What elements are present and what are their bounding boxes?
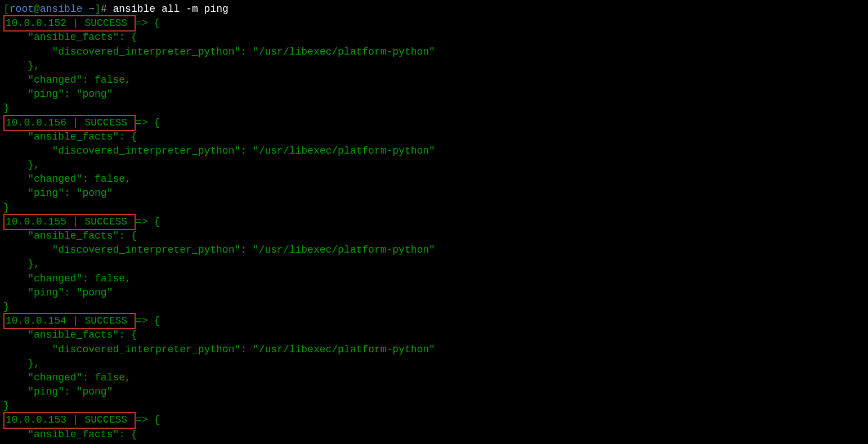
prompt-host: ansible bbox=[40, 3, 83, 15]
host-status-text: 10.0.0.152 | SUCCESS bbox=[6, 17, 133, 29]
arrow-brace: => { bbox=[136, 117, 160, 128]
json-line: "ansible_facts": { bbox=[3, 428, 865, 442]
json-line: } bbox=[3, 399, 865, 413]
host-success-highlight: 10.0.0.154 | SUCCESS bbox=[3, 313, 136, 329]
json-line: "changed": false, bbox=[3, 371, 865, 385]
result-block-3: 10.0.0.154 | SUCCESS => { "ansible_facts… bbox=[3, 314, 865, 413]
host-success-highlight: 10.0.0.153 | SUCCESS bbox=[3, 412, 136, 428]
result-block-4: 10.0.0.153 | SUCCESS => { "ansible_facts… bbox=[3, 413, 865, 441]
json-line: } bbox=[3, 101, 865, 115]
json-line: "ping": "pong" bbox=[3, 286, 865, 300]
terminal-output: [root@ansible ~]# ansible all -m ping 10… bbox=[3, 2, 865, 442]
command-prompt-line: [root@ansible ~]# ansible all -m ping bbox=[3, 2, 865, 16]
prompt-bracket-open: [ bbox=[3, 3, 10, 15]
result-header-line: 10.0.0.154 | SUCCESS => { bbox=[3, 314, 865, 328]
json-line: }, bbox=[3, 257, 865, 271]
host-status-text: 10.0.0.156 | SUCCESS bbox=[6, 117, 133, 128]
json-line: }, bbox=[3, 357, 865, 371]
result-block-2: 10.0.0.155 | SUCCESS => { "ansible_facts… bbox=[3, 215, 865, 314]
arrow-brace: => { bbox=[136, 17, 160, 29]
prompt-at: @ bbox=[34, 3, 40, 15]
json-line: "ansible_facts": { bbox=[3, 30, 865, 44]
host-success-highlight: 10.0.0.152 | SUCCESS bbox=[3, 15, 136, 32]
result-block-0: 10.0.0.152 | SUCCESS => { "ansible_facts… bbox=[3, 16, 865, 115]
json-line: "changed": false, bbox=[3, 172, 865, 186]
arrow-brace: => { bbox=[136, 315, 160, 326]
prompt-user: root bbox=[10, 3, 34, 15]
host-success-highlight: 10.0.0.155 | SUCCESS bbox=[3, 214, 136, 230]
json-line: "changed": false, bbox=[3, 272, 865, 286]
json-line: } bbox=[3, 201, 865, 215]
json-line: }, bbox=[3, 59, 865, 73]
arrow-brace: => { bbox=[136, 414, 160, 425]
result-header-line: 10.0.0.152 | SUCCESS => { bbox=[3, 16, 865, 30]
json-line: "ping": "pong" bbox=[3, 186, 865, 200]
host-status-text: 10.0.0.155 | SUCCESS bbox=[6, 216, 133, 227]
json-line: "discovered_interpreter_python": "/usr/l… bbox=[3, 45, 865, 59]
json-line: "ansible_facts": { bbox=[3, 229, 865, 243]
arrow-brace: => { bbox=[136, 216, 160, 227]
result-block-1: 10.0.0.156 | SUCCESS => { "ansible_facts… bbox=[3, 116, 865, 215]
result-header-line: 10.0.0.156 | SUCCESS => { bbox=[3, 116, 865, 130]
host-success-highlight: 10.0.0.156 | SUCCESS bbox=[3, 115, 136, 131]
json-line: "discovered_interpreter_python": "/usr/l… bbox=[3, 243, 865, 257]
json-line: "discovered_interpreter_python": "/usr/l… bbox=[3, 144, 865, 158]
host-status-text: 10.0.0.154 | SUCCESS bbox=[6, 315, 133, 326]
host-status-text: 10.0.0.153 | SUCCESS bbox=[6, 414, 133, 425]
prompt-hash: # bbox=[101, 3, 113, 15]
prompt-bracket-close: ] bbox=[95, 3, 101, 15]
json-line: "changed": false, bbox=[3, 73, 865, 87]
json-line: "ansible_facts": { bbox=[3, 328, 865, 342]
json-line: "ping": "pong" bbox=[3, 87, 865, 101]
result-header-line: 10.0.0.153 | SUCCESS => { bbox=[3, 413, 865, 427]
json-line: }, bbox=[3, 158, 865, 172]
prompt-tilde: ~ bbox=[88, 3, 95, 15]
result-header-line: 10.0.0.155 | SUCCESS => { bbox=[3, 215, 865, 229]
prompt-space bbox=[82, 3, 88, 15]
json-line: "ping": "pong" bbox=[3, 385, 865, 399]
json-line: "discovered_interpreter_python": "/usr/l… bbox=[3, 343, 865, 357]
json-line: } bbox=[3, 300, 865, 314]
command-text: ansible all -m ping bbox=[113, 3, 229, 15]
json-line: "ansible_facts": { bbox=[3, 130, 865, 144]
